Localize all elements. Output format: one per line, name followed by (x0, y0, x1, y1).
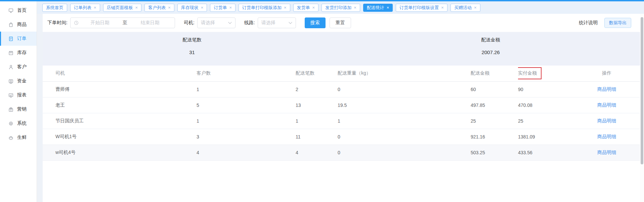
col-header-paid-label: 实付金额 (518, 70, 537, 76)
sidebar: 首页 商品 订单 库存 客户 (0, 1, 37, 202)
delivery-stats-table: 司机 客户数 配送笔数 配送重量（kg） 配送金额 实付金额 操作 曹师傅 (43, 66, 640, 161)
summary-delivery-amount: 配送金额 2007.26 (341, 32, 640, 66)
table-row: 节日国庆员工 1 1 1 25 25 商品明细 (43, 113, 640, 129)
close-icon[interactable]: × (94, 5, 96, 10)
summary-value: 31 (43, 49, 341, 55)
gift-icon (8, 107, 14, 112)
close-icon[interactable]: × (284, 5, 287, 10)
cell-orders: 1 (296, 113, 338, 129)
sidebar-item-label: 首页 (17, 7, 27, 13)
close-icon[interactable]: × (312, 5, 315, 10)
tab-buy-gift-activity[interactable]: 买赠活动× (450, 4, 480, 12)
sidebar-item-system[interactable]: 系统 (0, 116, 37, 130)
cell-customers: 4 (197, 145, 296, 160)
route-select-placeholder: 请选择 (261, 20, 275, 26)
cell-weight: 0 (338, 145, 471, 160)
sidebar-item-label: 库存 (17, 50, 27, 56)
reset-button[interactable]: 重置 (330, 17, 351, 28)
col-header-customers: 客户数 (197, 66, 296, 81)
product-detail-link[interactable]: 商品明细 (597, 134, 616, 139)
table-row: w司机4号 4 4 0 503.25 433.56 商品明细 (43, 145, 640, 160)
cell-customers: 5 (197, 97, 296, 113)
bowl-icon (8, 135, 14, 140)
scrollbar-thumb[interactable] (641, 17, 643, 164)
cell-weight: 1 (338, 113, 471, 129)
gear-icon (8, 121, 14, 126)
table-row: 曹师傅 1 2 0 60 90 商品明细 (43, 81, 640, 97)
col-header-orders: 配送笔数 (296, 66, 338, 81)
tab-delivery-note[interactable]: 发货单× (293, 4, 319, 12)
tab-purchase-order[interactable]: 订货单× (210, 4, 235, 12)
cell-customers: 3 (197, 129, 296, 145)
order-date-range-input[interactable]: 开始日期 至 结束日期 (70, 17, 175, 28)
sidebar-item-funds[interactable]: 资金 (0, 74, 37, 88)
tab-po-print-template-add[interactable]: 订货单打印模版添加× (239, 4, 290, 12)
tab-shop-page-template[interactable]: 店铺页面模板× (103, 4, 142, 12)
sidebar-item-reports[interactable]: 报表 (0, 88, 37, 102)
chevron-down-icon (228, 22, 232, 24)
cell-driver: 曹师傅 (43, 81, 197, 97)
summary-label: 配送金额 (341, 37, 640, 43)
tab-po-print-template-settings[interactable]: 订货单打印模版设置× (396, 4, 447, 12)
sidebar-item-customers[interactable]: 客户 (0, 60, 37, 74)
table-row: W司机1号 3 11 0 921.16 1381.09 商品明细 (43, 129, 640, 145)
chevron-down-icon (289, 22, 292, 24)
sidebar-item-orders[interactable]: 订单 (0, 32, 37, 46)
close-icon[interactable]: × (441, 5, 444, 10)
bag-icon (8, 22, 14, 28)
sidebar-item-label: 客户 (17, 64, 27, 70)
close-icon[interactable]: × (354, 5, 356, 10)
tab-system-home[interactable]: 系统首页 (42, 4, 67, 12)
product-detail-link[interactable]: 商品明细 (597, 150, 616, 155)
data-export-button[interactable]: 数据导出 (604, 18, 631, 28)
close-icon[interactable]: × (387, 5, 389, 10)
sidebar-item-products[interactable]: 商品 (0, 17, 37, 32)
cell-driver: w司机4号 (43, 145, 197, 160)
close-icon[interactable]: × (229, 5, 232, 10)
start-date-placeholder: 开始日期 (79, 20, 121, 26)
close-icon[interactable]: × (168, 5, 171, 10)
vertical-scrollbar[interactable] (640, 14, 644, 202)
sidebar-item-label: 营销 (17, 106, 27, 112)
route-select[interactable]: 请选择 (258, 17, 296, 28)
cell-driver: 节日国庆员工 (43, 113, 197, 129)
tab-order-list[interactable]: 订单列表× (70, 4, 100, 12)
cell-paid: 90 (518, 81, 573, 97)
tab-customer-list[interactable]: 客户列表× (144, 4, 174, 12)
sidebar-item-marketing[interactable]: 营销 (0, 102, 37, 116)
search-button[interactable]: 搜索 (305, 17, 326, 28)
cell-weight: 19.5 (338, 97, 471, 113)
content-card: 下单时间: 开始日期 至 结束日期 司机: 请选择 (43, 14, 640, 202)
cell-paid: 1381.09 (518, 129, 573, 145)
cell-amount: 921.16 (471, 129, 518, 145)
range-to-label: 至 (121, 20, 129, 26)
product-detail-link[interactable]: 商品明细 (597, 102, 616, 108)
driver-select[interactable]: 请选择 (197, 17, 235, 28)
sidebar-item-home[interactable]: 首页 (0, 3, 37, 17)
stats-help-text: 统计说明 (579, 20, 598, 26)
chart-board-icon (8, 92, 14, 98)
tab-delivery-statistics[interactable]: 配送统计× (363, 4, 393, 12)
tab-inventory-status[interactable]: 库存现状× (177, 4, 207, 12)
col-header-weight: 配送重量（kg） (338, 66, 471, 81)
cell-driver: 老王 (43, 97, 197, 113)
product-detail-link[interactable]: 商品明细 (597, 86, 616, 92)
close-icon[interactable]: × (474, 5, 477, 10)
cell-orders: 11 (296, 129, 338, 145)
sidebar-item-inventory[interactable]: 库存 (0, 46, 37, 60)
summary-value: 2007.26 (341, 49, 640, 55)
close-icon[interactable]: × (201, 5, 204, 10)
product-detail-link[interactable]: 商品明细 (597, 118, 616, 123)
clock-icon (74, 21, 79, 25)
tab-bar: 系统首页 订单列表× 店铺页面模板× 客户列表× 库存现状× 订货单× 订货单打… (37, 1, 644, 14)
cell-orders: 2 (296, 81, 338, 97)
tab-delivery-print-add[interactable]: 发货打印添加× (321, 4, 360, 12)
driver-select-placeholder: 请选择 (201, 20, 215, 26)
close-icon[interactable]: × (135, 5, 138, 10)
app-window: 首页 商品 订单 库存 客户 (0, 1, 644, 202)
cell-amount: 60 (471, 81, 518, 97)
package-icon (8, 50, 14, 56)
cell-paid: 433.56 (518, 145, 573, 160)
sidebar-item-fresh[interactable]: 生鲜 (0, 130, 37, 145)
cell-customers: 1 (197, 113, 296, 129)
